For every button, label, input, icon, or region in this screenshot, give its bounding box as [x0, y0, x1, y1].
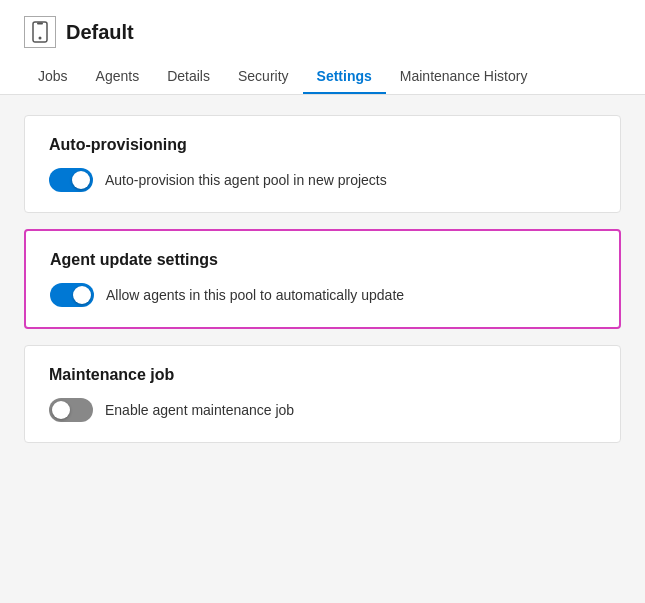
agent-update-toggle-row: Allow agents in this pool to automatical…	[50, 283, 595, 307]
main-content: Auto-provisioning Auto-provision this ag…	[0, 95, 645, 463]
page-title: Default	[66, 21, 134, 44]
pool-icon	[24, 16, 56, 48]
svg-point-2	[39, 37, 42, 40]
tab-jobs[interactable]: Jobs	[24, 60, 82, 94]
tab-settings[interactable]: Settings	[303, 60, 386, 94]
agent-update-card: Agent update settings Allow agents in th…	[24, 229, 621, 329]
svg-rect-1	[37, 23, 43, 25]
agent-update-label: Allow agents in this pool to automatical…	[106, 287, 404, 303]
agent-update-title: Agent update settings	[50, 251, 595, 269]
auto-provisioning-toggle[interactable]	[49, 168, 93, 192]
tab-maintenance-history[interactable]: Maintenance History	[386, 60, 542, 94]
page-header: Default Jobs Agents Details Security Set…	[0, 0, 645, 95]
toggle-thumb	[52, 401, 70, 419]
title-row: Default	[24, 16, 621, 48]
maintenance-job-card: Maintenance job Enable agent maintenance…	[24, 345, 621, 443]
maintenance-job-label: Enable agent maintenance job	[105, 402, 294, 418]
auto-provisioning-title: Auto-provisioning	[49, 136, 596, 154]
tab-details[interactable]: Details	[153, 60, 224, 94]
maintenance-job-toggle-row: Enable agent maintenance job	[49, 398, 596, 422]
auto-provisioning-toggle-row: Auto-provision this agent pool in new pr…	[49, 168, 596, 192]
maintenance-job-title: Maintenance job	[49, 366, 596, 384]
nav-tabs: Jobs Agents Details Security Settings Ma…	[24, 60, 621, 94]
auto-provisioning-label: Auto-provision this agent pool in new pr…	[105, 172, 387, 188]
tab-agents[interactable]: Agents	[82, 60, 154, 94]
maintenance-job-toggle[interactable]	[49, 398, 93, 422]
toggle-thumb	[73, 286, 91, 304]
tab-security[interactable]: Security	[224, 60, 303, 94]
agent-update-toggle[interactable]	[50, 283, 94, 307]
auto-provisioning-card: Auto-provisioning Auto-provision this ag…	[24, 115, 621, 213]
toggle-thumb	[72, 171, 90, 189]
